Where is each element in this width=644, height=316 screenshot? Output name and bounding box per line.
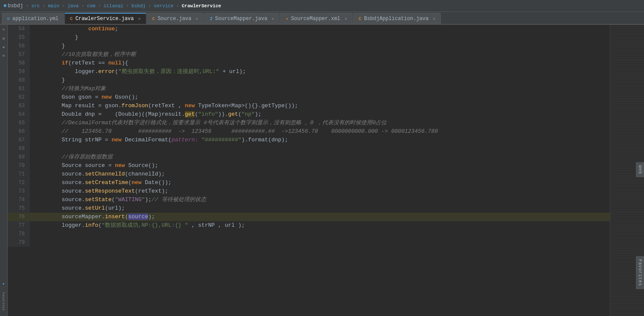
line-number: 77 [8, 221, 30, 230]
table-row: 59 logger.error("爬虫抓取失败，原因：连接超时,URL:" + … [8, 67, 610, 76]
table-row: 74 source.setState("WAITING");// 等待被处理的状… [8, 196, 610, 204]
table-row: 70 Source source = new Source(); [8, 161, 610, 170]
code-area[interactable]: 54 continue; 55 } 56 } 57 [8, 25, 610, 316]
table-row: 58 if(retText == null){ [8, 59, 610, 67]
line-content: continue; [33, 25, 610, 33]
yaml-icon: ⚙ [7, 16, 10, 21]
line-content: //保存原始数据数据 [33, 153, 610, 161]
title-itlaoqi: itlaoqi [104, 3, 123, 9]
favorites-tab[interactable]: Favorites [636, 256, 644, 289]
tab-bsbdj-application-java[interactable]: C BsbdjApplication.java ✕ [353, 13, 441, 24]
java-icon: C [152, 16, 155, 21]
table-row: 54 continue; [8, 25, 610, 33]
tab-source-mapper-xml[interactable]: ✦ SourceMapper.xml ✕ [280, 13, 353, 24]
table-row: 78 [8, 230, 610, 238]
line-number: 62 [8, 93, 30, 102]
table-row: 68 [8, 144, 610, 153]
line-content: } [33, 76, 610, 85]
line-content: Source source = new Source(); [33, 161, 610, 170]
tab-bar: ⚙ application.yml C CrawlerService.java … [0, 12, 644, 25]
sidebar-icon-3[interactable]: ◈ [0, 44, 7, 50]
title-class: CrawlerService [182, 3, 221, 9]
line-content: source.setCreateTime(new Date()); [33, 178, 610, 187]
line-content [33, 230, 610, 238]
line-number: 65 [8, 119, 30, 127]
line-content: logger.error("爬虫抓取失败，原因：连接超时,URL:" + url… [33, 67, 610, 76]
table-row: 60 } [8, 76, 610, 85]
line-number: 55 [8, 33, 30, 42]
tab-close-icon[interactable]: ✕ [271, 16, 274, 21]
project-icon: ■ [3, 3, 6, 9]
table-row: 62 Gson gson = new Gson(); [8, 93, 610, 102]
line-content: source.setChannelId(channelId); [33, 170, 610, 178]
tab-label: application.yml [12, 16, 58, 22]
line-content: //10次抓取都失败，程序中断 [33, 50, 610, 59]
title-com: com [87, 3, 96, 9]
left-sidebar: ≡ ⊞ ◈ ⊕ ● Favorites [0, 25, 8, 316]
title-bsbdj: bsbdj [131, 3, 146, 9]
sidebar-structure-icon[interactable]: ≡ [0, 26, 7, 33]
tab-label: Source.java [157, 16, 191, 22]
line-content: source.setResponseText(retText); [33, 187, 610, 196]
line-number: 59 [8, 67, 30, 76]
interface-icon: I [210, 16, 213, 21]
line-number: 76 [8, 213, 30, 221]
line-content: source.setState("WAITING");// 等待被处理的状态 [33, 196, 610, 204]
side-tabs: Web [636, 162, 644, 177]
line-number: 70 [8, 161, 30, 170]
line-number: 58 [8, 59, 30, 67]
line-number: 67 [8, 136, 30, 144]
java-icon: C [70, 16, 73, 21]
table-row: 64 Double dnp = (Double)((Map)result.get… [8, 110, 610, 119]
line-number: 73 [8, 187, 30, 196]
line-content: source.setUrl(url); [33, 204, 610, 213]
table-row: 79 [8, 238, 610, 247]
line-number: 61 [8, 85, 30, 93]
web-tab[interactable]: Web [636, 162, 644, 177]
line-content: //转换为Map对象 [33, 85, 610, 93]
tab-application-yml[interactable]: ⚙ application.yml [2, 13, 64, 24]
tab-label: BsbdjApplication.java [364, 16, 428, 22]
line-content: Map result = gson.fromJson(retText , new… [33, 102, 610, 110]
title-main: main [48, 3, 59, 9]
line-content: if(retText == null){ [33, 59, 610, 67]
tab-close-icon[interactable]: ✕ [433, 16, 435, 21]
tab-source-mapper-java[interactable]: I SourceMapper.java ✕ [204, 13, 280, 24]
line-number: 54 [8, 25, 30, 33]
title-project: ■ bsbdj [3, 3, 23, 9]
tab-label: CrawlerService.java [76, 16, 134, 22]
main-area: ≡ ⊞ ◈ ⊕ ● Favorites 54 continue; 55 } [0, 25, 644, 316]
line-number: 75 [8, 204, 30, 213]
title-service: service [154, 3, 173, 9]
line-content: } [33, 42, 610, 50]
favorites-tab-area: Favorites [636, 256, 644, 289]
favorites-icon[interactable]: Favorites [0, 289, 8, 314]
table-row: 56 } [8, 42, 610, 50]
line-number: 66 [8, 127, 30, 136]
tab-close-icon[interactable]: ✕ [138, 16, 141, 21]
line-number: 79 [8, 238, 30, 247]
title-bar: ■ bsbdj › src › main › java › com › itla… [0, 0, 644, 12]
table-row: 65 //DecimalFormat代表对数字进行格式化，按要求显示 #号代表有… [8, 119, 610, 127]
tab-close-icon[interactable]: ✕ [195, 16, 198, 21]
line-number: 69 [8, 153, 30, 161]
tab-source-java[interactable]: C Source.java ✕ [147, 13, 204, 24]
line-content: //DecimalFormat代表对数字进行格式化，按要求显示 #号代表有这个数… [33, 119, 610, 127]
line-number: 56 [8, 42, 30, 50]
table-row: 72 source.setCreateTime(new Date()); [8, 178, 610, 187]
title-src: src [31, 3, 40, 9]
sidebar-icon-2[interactable]: ⊞ [0, 35, 7, 42]
tab-crawler-service-java[interactable]: C CrawlerService.java ✕ [64, 13, 146, 24]
table-row: 73 source.setResponseText(retText); [8, 187, 610, 196]
sidebar-icon-4[interactable]: ⊕ [0, 52, 7, 59]
tab-close-icon[interactable]: ✕ [344, 16, 347, 21]
line-number: 64 [8, 110, 30, 119]
line-content [33, 144, 610, 153]
line-content: Double dnp = (Double)((Map)result.get("i… [33, 110, 610, 119]
table-row: 69 //保存原始数据数据 [8, 153, 610, 161]
code-scroll[interactable]: 54 continue; 55 } 56 } 57 [8, 25, 610, 316]
line-number: 68 [8, 144, 30, 153]
line-content: logger.info("数据抓取成功,NP:{},URL:{} " , str… [33, 221, 610, 230]
table-row: 66 // 123456.78 ########## -> 123456 ###… [8, 127, 610, 136]
line-number: 57 [8, 50, 30, 59]
